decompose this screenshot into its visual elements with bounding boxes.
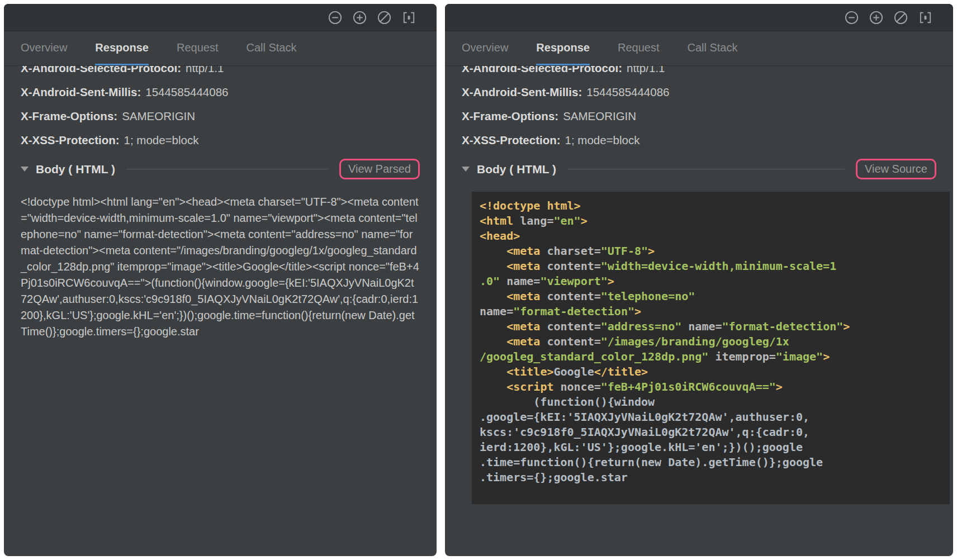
profiler-toolbar [4, 4, 437, 31]
code-line: ierd:1200},kGL:'US'};google.kHL='en';})(… [480, 440, 950, 455]
tab-request[interactable]: Request [618, 31, 660, 65]
tab-call-stack[interactable]: Call Stack [246, 31, 296, 65]
header-name: X-XSS-Protection: [462, 134, 561, 146]
code-line: /googleg_standard_color_128dp.png" itemp… [480, 349, 950, 364]
tab-response[interactable]: Response [536, 31, 590, 65]
header-value: http/1.1 [627, 66, 665, 74]
zoom-to-selection-icon[interactable] [918, 10, 933, 25]
response-panel-source: Overview Response Request Call Stack X-A… [445, 4, 953, 556]
header-name: X-Android-Selected-Protocol: [21, 66, 181, 74]
header-value: 1; mode=block [565, 134, 640, 146]
view-parsed-link[interactable]: View Parsed [348, 163, 411, 175]
header-row: X-Frame-Options:SAMEORIGIN [462, 109, 936, 124]
header-value: http/1.1 [186, 66, 224, 74]
header-row: X-Android-Sent-Millis:1544585444086 [462, 85, 936, 99]
code-line: .time=function(){return(new Date).getTim… [480, 455, 950, 470]
header-row: X-Android-Selected-Protocol:http/1.1 [21, 66, 420, 75]
header-value: 1; mode=block [124, 134, 199, 146]
zoom-out-icon[interactable] [844, 10, 859, 25]
view-source-link[interactable]: View Source [865, 163, 927, 175]
code-line: .0" name="viewport"> [480, 274, 950, 289]
header-name: X-Android-Selected-Protocol: [462, 66, 622, 74]
profiler-toolbar [445, 4, 953, 31]
source-code-block: <!doctype html><html lang="en"><head> <m… [472, 192, 950, 504]
zoom-out-icon[interactable] [328, 10, 343, 25]
reset-zoom-icon[interactable] [377, 10, 392, 25]
expand-triangle-icon[interactable] [21, 167, 29, 172]
code-line: <meta content="address=no" name="format-… [480, 319, 950, 334]
body-section-label: Body ( HTML ) [36, 163, 115, 176]
zoom-to-selection-icon[interactable] [401, 10, 416, 25]
divider [567, 169, 845, 169]
zoom-in-icon[interactable] [352, 10, 367, 25]
code-line: (function(){window [480, 395, 950, 410]
response-body-parsed: <!doctype html><html lang="en"><head><me… [21, 194, 420, 340]
header-name: X-Android-Sent-Millis: [462, 86, 582, 98]
expand-triangle-icon[interactable] [462, 167, 470, 172]
body-section-label: Body ( HTML ) [477, 163, 556, 176]
code-line: .timers={};google.star [480, 470, 950, 485]
code-line: .google={kEI:'5IAQXJyVNaiL0gK2t72QAw',au… [480, 410, 950, 425]
header-row: X-Android-Sent-Millis:1544585444086 [21, 85, 420, 99]
code-line: <script nonce="feB+4Pj01s0iRCW6couvqA=="… [480, 379, 950, 395]
code-line: <html lang="en"> [480, 213, 950, 229]
body-section-header: Body ( HTML ) View Parsed [21, 159, 420, 179]
reset-zoom-icon[interactable] [893, 10, 908, 25]
divider [126, 169, 328, 169]
tab-response[interactable]: Response [95, 31, 149, 65]
code-line: <meta content="width=device-width,minimu… [480, 259, 950, 274]
code-line: <!doctype html> [480, 198, 950, 213]
header-value: 1544585444086 [586, 86, 669, 98]
tab-call-stack[interactable]: Call Stack [687, 31, 737, 65]
response-scroll-area[interactable]: X-Android-Selected-Protocol:http/1.1 X-A… [445, 66, 953, 504]
header-name: X-Android-Sent-Millis: [21, 86, 141, 98]
header-value: SAMEORIGIN [563, 110, 636, 122]
tab-bar: Overview Response Request Call Stack [4, 31, 437, 66]
response-scroll-area[interactable]: X-Android-Selected-Protocol:http/1.1 X-A… [4, 66, 437, 340]
tab-bar: Overview Response Request Call Stack [445, 31, 953, 66]
header-name: X-XSS-Protection: [21, 134, 120, 146]
header-value: 1544585444086 [145, 86, 228, 98]
code-line: <title>Google</title> [480, 364, 950, 379]
response-panel-parsed: Overview Response Request Call Stack X-A… [4, 4, 437, 556]
body-section-header: Body ( HTML ) View Source [462, 159, 936, 179]
header-row: X-XSS-Protection:1; mode=block [462, 133, 936, 148]
tab-overview[interactable]: Overview [462, 31, 508, 65]
annotation-highlight: View Parsed [339, 159, 420, 179]
code-line: kscs:'c9c918f0_5IAQXJyVNaiL0gK2t72QAw',q… [480, 425, 950, 440]
header-row: X-Android-Selected-Protocol:http/1.1 [462, 66, 936, 75]
tab-overview[interactable]: Overview [21, 31, 67, 65]
code-line: <head> [480, 229, 950, 244]
code-line: <meta content="/images/branding/googleg/… [480, 334, 950, 349]
tab-request[interactable]: Request [177, 31, 219, 65]
code-line: <meta content="telephone=no" [480, 289, 950, 304]
header-name: X-Frame-Options: [462, 110, 558, 122]
annotation-highlight: View Source [856, 159, 936, 179]
header-row: X-Frame-Options:SAMEORIGIN [21, 109, 420, 124]
header-row: X-XSS-Protection:1; mode=block [21, 133, 420, 148]
zoom-in-icon[interactable] [869, 10, 884, 25]
header-name: X-Frame-Options: [21, 110, 117, 122]
code-line: <meta charset="UTF-8"> [480, 244, 950, 259]
header-value: SAMEORIGIN [122, 110, 195, 122]
code-line: name="format-detection"> [480, 304, 950, 319]
